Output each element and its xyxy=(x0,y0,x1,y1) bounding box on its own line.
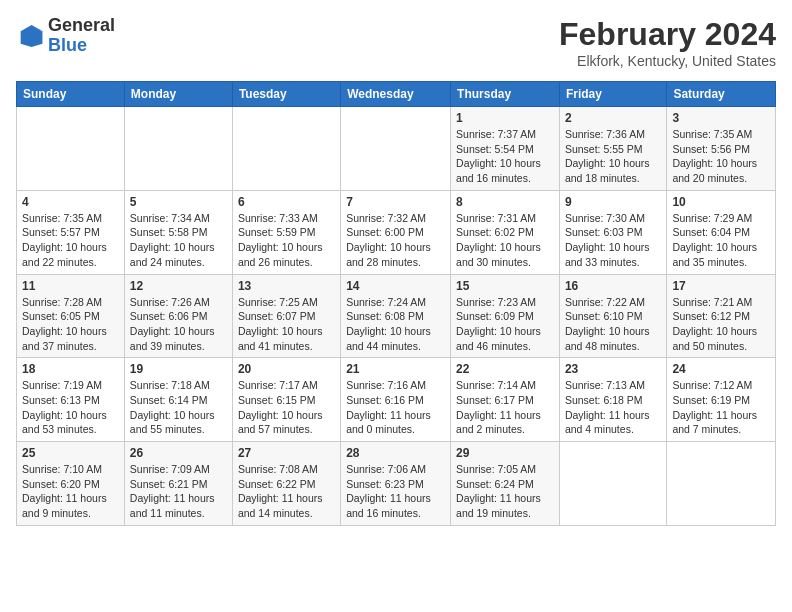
day-number: 18 xyxy=(22,362,119,376)
day-number: 4 xyxy=(22,195,119,209)
calendar-day-cell: 14Sunrise: 7:24 AMSunset: 6:08 PMDayligh… xyxy=(341,274,451,358)
day-number: 2 xyxy=(565,111,661,125)
calendar-day-cell: 26Sunrise: 7:09 AMSunset: 6:21 PMDayligh… xyxy=(124,442,232,526)
weekday-header-cell: Sunday xyxy=(17,82,125,107)
day-info: Sunrise: 7:29 AMSunset: 6:04 PMDaylight:… xyxy=(672,211,770,270)
calendar-day-cell: 25Sunrise: 7:10 AMSunset: 6:20 PMDayligh… xyxy=(17,442,125,526)
day-number: 27 xyxy=(238,446,335,460)
calendar-day-cell: 29Sunrise: 7:05 AMSunset: 6:24 PMDayligh… xyxy=(451,442,560,526)
weekday-header-cell: Thursday xyxy=(451,82,560,107)
calendar-day-cell: 4Sunrise: 7:35 AMSunset: 5:57 PMDaylight… xyxy=(17,190,125,274)
day-number: 20 xyxy=(238,362,335,376)
day-number: 6 xyxy=(238,195,335,209)
day-number: 26 xyxy=(130,446,227,460)
day-number: 23 xyxy=(565,362,661,376)
calendar-day-cell: 8Sunrise: 7:31 AMSunset: 6:02 PMDaylight… xyxy=(451,190,560,274)
calendar-day-cell: 24Sunrise: 7:12 AMSunset: 6:19 PMDayligh… xyxy=(667,358,776,442)
day-info: Sunrise: 7:10 AMSunset: 6:20 PMDaylight:… xyxy=(22,462,119,521)
day-info: Sunrise: 7:16 AMSunset: 6:16 PMDaylight:… xyxy=(346,378,445,437)
day-info: Sunrise: 7:13 AMSunset: 6:18 PMDaylight:… xyxy=(565,378,661,437)
calendar-day-cell: 1Sunrise: 7:37 AMSunset: 5:54 PMDaylight… xyxy=(451,107,560,191)
calendar-day-cell: 7Sunrise: 7:32 AMSunset: 6:00 PMDaylight… xyxy=(341,190,451,274)
calendar-day-cell: 15Sunrise: 7:23 AMSunset: 6:09 PMDayligh… xyxy=(451,274,560,358)
calendar-day-cell: 11Sunrise: 7:28 AMSunset: 6:05 PMDayligh… xyxy=(17,274,125,358)
calendar-day-cell xyxy=(124,107,232,191)
day-number: 1 xyxy=(456,111,554,125)
calendar-day-cell: 13Sunrise: 7:25 AMSunset: 6:07 PMDayligh… xyxy=(232,274,340,358)
logo-text: General Blue xyxy=(48,16,115,56)
day-number: 21 xyxy=(346,362,445,376)
weekday-header-cell: Saturday xyxy=(667,82,776,107)
logo: General Blue xyxy=(16,16,115,56)
day-number: 14 xyxy=(346,279,445,293)
day-info: Sunrise: 7:21 AMSunset: 6:12 PMDaylight:… xyxy=(672,295,770,354)
day-info: Sunrise: 7:08 AMSunset: 6:22 PMDaylight:… xyxy=(238,462,335,521)
day-info: Sunrise: 7:28 AMSunset: 6:05 PMDaylight:… xyxy=(22,295,119,354)
day-info: Sunrise: 7:17 AMSunset: 6:15 PMDaylight:… xyxy=(238,378,335,437)
calendar-week-row: 1Sunrise: 7:37 AMSunset: 5:54 PMDaylight… xyxy=(17,107,776,191)
calendar-day-cell: 20Sunrise: 7:17 AMSunset: 6:15 PMDayligh… xyxy=(232,358,340,442)
calendar-week-row: 11Sunrise: 7:28 AMSunset: 6:05 PMDayligh… xyxy=(17,274,776,358)
day-number: 11 xyxy=(22,279,119,293)
day-info: Sunrise: 7:35 AMSunset: 5:56 PMDaylight:… xyxy=(672,127,770,186)
day-info: Sunrise: 7:19 AMSunset: 6:13 PMDaylight:… xyxy=(22,378,119,437)
calendar-week-row: 4Sunrise: 7:35 AMSunset: 5:57 PMDaylight… xyxy=(17,190,776,274)
day-info: Sunrise: 7:06 AMSunset: 6:23 PMDaylight:… xyxy=(346,462,445,521)
weekday-header-cell: Friday xyxy=(559,82,666,107)
calendar-day-cell: 17Sunrise: 7:21 AMSunset: 6:12 PMDayligh… xyxy=(667,274,776,358)
day-number: 9 xyxy=(565,195,661,209)
day-info: Sunrise: 7:36 AMSunset: 5:55 PMDaylight:… xyxy=(565,127,661,186)
weekday-header-cell: Monday xyxy=(124,82,232,107)
calendar-day-cell: 28Sunrise: 7:06 AMSunset: 6:23 PMDayligh… xyxy=(341,442,451,526)
day-info: Sunrise: 7:05 AMSunset: 6:24 PMDaylight:… xyxy=(456,462,554,521)
calendar-day-cell: 12Sunrise: 7:26 AMSunset: 6:06 PMDayligh… xyxy=(124,274,232,358)
day-number: 8 xyxy=(456,195,554,209)
day-info: Sunrise: 7:25 AMSunset: 6:07 PMDaylight:… xyxy=(238,295,335,354)
weekday-header-row: SundayMondayTuesdayWednesdayThursdayFrid… xyxy=(17,82,776,107)
calendar-day-cell: 22Sunrise: 7:14 AMSunset: 6:17 PMDayligh… xyxy=(451,358,560,442)
day-number: 3 xyxy=(672,111,770,125)
day-number: 29 xyxy=(456,446,554,460)
page-header: General Blue February 2024 Elkfork, Kent… xyxy=(16,16,776,69)
day-number: 15 xyxy=(456,279,554,293)
day-info: Sunrise: 7:14 AMSunset: 6:17 PMDaylight:… xyxy=(456,378,554,437)
day-number: 16 xyxy=(565,279,661,293)
calendar-week-row: 25Sunrise: 7:10 AMSunset: 6:20 PMDayligh… xyxy=(17,442,776,526)
day-info: Sunrise: 7:23 AMSunset: 6:09 PMDaylight:… xyxy=(456,295,554,354)
calendar-subtitle: Elkfork, Kentucky, United States xyxy=(559,53,776,69)
day-info: Sunrise: 7:34 AMSunset: 5:58 PMDaylight:… xyxy=(130,211,227,270)
calendar-day-cell: 16Sunrise: 7:22 AMSunset: 6:10 PMDayligh… xyxy=(559,274,666,358)
calendar-day-cell xyxy=(17,107,125,191)
day-number: 5 xyxy=(130,195,227,209)
calendar-day-cell xyxy=(232,107,340,191)
calendar-day-cell xyxy=(667,442,776,526)
day-info: Sunrise: 7:22 AMSunset: 6:10 PMDaylight:… xyxy=(565,295,661,354)
calendar-day-cell xyxy=(559,442,666,526)
day-info: Sunrise: 7:26 AMSunset: 6:06 PMDaylight:… xyxy=(130,295,227,354)
day-info: Sunrise: 7:09 AMSunset: 6:21 PMDaylight:… xyxy=(130,462,227,521)
weekday-header-cell: Wednesday xyxy=(341,82,451,107)
calendar-day-cell: 19Sunrise: 7:18 AMSunset: 6:14 PMDayligh… xyxy=(124,358,232,442)
day-number: 28 xyxy=(346,446,445,460)
calendar-body: 1Sunrise: 7:37 AMSunset: 5:54 PMDaylight… xyxy=(17,107,776,526)
calendar-day-cell: 10Sunrise: 7:29 AMSunset: 6:04 PMDayligh… xyxy=(667,190,776,274)
day-info: Sunrise: 7:12 AMSunset: 6:19 PMDaylight:… xyxy=(672,378,770,437)
calendar-week-row: 18Sunrise: 7:19 AMSunset: 6:13 PMDayligh… xyxy=(17,358,776,442)
day-number: 25 xyxy=(22,446,119,460)
day-info: Sunrise: 7:31 AMSunset: 6:02 PMDaylight:… xyxy=(456,211,554,270)
day-number: 10 xyxy=(672,195,770,209)
logo-icon xyxy=(16,22,44,50)
day-info: Sunrise: 7:37 AMSunset: 5:54 PMDaylight:… xyxy=(456,127,554,186)
day-info: Sunrise: 7:24 AMSunset: 6:08 PMDaylight:… xyxy=(346,295,445,354)
day-info: Sunrise: 7:18 AMSunset: 6:14 PMDaylight:… xyxy=(130,378,227,437)
day-info: Sunrise: 7:33 AMSunset: 5:59 PMDaylight:… xyxy=(238,211,335,270)
calendar-day-cell: 23Sunrise: 7:13 AMSunset: 6:18 PMDayligh… xyxy=(559,358,666,442)
day-number: 13 xyxy=(238,279,335,293)
day-number: 24 xyxy=(672,362,770,376)
day-number: 17 xyxy=(672,279,770,293)
title-block: February 2024 Elkfork, Kentucky, United … xyxy=(559,16,776,69)
day-info: Sunrise: 7:30 AMSunset: 6:03 PMDaylight:… xyxy=(565,211,661,270)
calendar-day-cell xyxy=(341,107,451,191)
calendar-day-cell: 27Sunrise: 7:08 AMSunset: 6:22 PMDayligh… xyxy=(232,442,340,526)
calendar-day-cell: 6Sunrise: 7:33 AMSunset: 5:59 PMDaylight… xyxy=(232,190,340,274)
